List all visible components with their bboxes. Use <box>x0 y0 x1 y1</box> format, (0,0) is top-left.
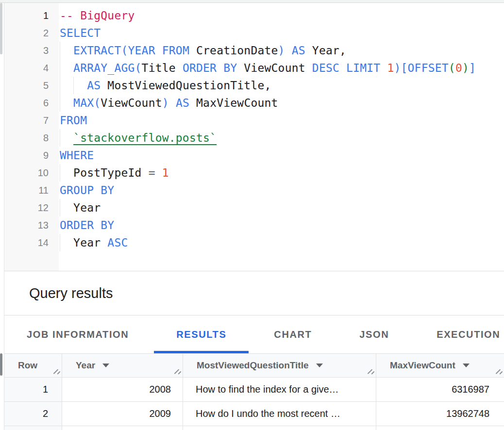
code-line[interactable]: 10 PostTypeId = 1 <box>4 164 504 182</box>
line-number: 5 <box>4 77 59 94</box>
code-line[interactable]: 12 Year <box>4 199 504 216</box>
code-token: ARRAY_AGG <box>73 62 134 74</box>
sort-dropdown-icon[interactable] <box>463 364 470 367</box>
code-token: ] <box>469 62 476 74</box>
cell-partial <box>62 426 183 430</box>
code-token: MostViewedQuestionTitle, <box>101 79 271 92</box>
tab-results[interactable]: RESULTS <box>154 315 249 353</box>
column-header-maxviewcount[interactable]: MaxViewCount <box>376 354 504 377</box>
row-number-cell: 1 <box>4 378 62 401</box>
row-number-cell: 2 <box>4 402 62 426</box>
cell-partial <box>183 426 376 430</box>
sql-editor[interactable]: 1-- BigQuery2SELECT3 EXTRACT(YEAR FROM C… <box>4 3 504 271</box>
main-area: 1-- BigQuery2SELECT3 EXTRACT(YEAR FROM C… <box>0 3 504 430</box>
tab-chart[interactable]: CHART <box>252 315 334 353</box>
line-number: 12 <box>4 199 59 216</box>
code-line[interactable]: 13ORDER BY <box>4 216 504 234</box>
code-line[interactable]: 5 AS MostViewedQuestionTitle, <box>4 77 504 94</box>
sort-dropdown-icon[interactable] <box>102 364 109 367</box>
tab-job-information[interactable]: JOB INFORMATION <box>4 315 151 353</box>
code-token <box>60 62 73 74</box>
code-line[interactable]: 7FROM <box>4 112 504 129</box>
code-text: `stackoverflow.posts` <box>59 129 217 147</box>
code-token: ( <box>135 62 142 74</box>
line-number: 1 <box>4 7 59 24</box>
code-token <box>60 44 73 57</box>
code-token: ORDER BY <box>60 219 114 232</box>
code-token: Year <box>60 236 107 249</box>
line-number: 7 <box>4 112 59 129</box>
code-line[interactable]: 2SELECT <box>4 24 504 42</box>
code-line[interactable]: 14 Year ASC <box>4 234 504 251</box>
cell-mostviewedquestiontitle: How to find the index for a give… <box>183 378 376 401</box>
editor-scrollbar-thumb[interactable] <box>0 3 2 54</box>
column-header-mostviewedquestiontitle[interactable]: MostViewedQuestionTitle <box>183 354 376 377</box>
code-token: ViewCount <box>101 97 162 109</box>
table-reference-link[interactable]: `stackoverflow.posts` <box>73 132 217 144</box>
column-resize-handle[interactable] <box>52 368 60 375</box>
line-number: 10 <box>4 164 59 182</box>
code-token <box>60 97 73 109</box>
code-text: FROM <box>59 112 87 129</box>
results-scrollbar-thumb[interactable] <box>0 353 2 376</box>
code-text: Year <box>59 199 101 216</box>
code-token <box>60 79 87 92</box>
code-token: MAX <box>73 97 94 109</box>
line-number: 11 <box>4 182 59 199</box>
code-lines: 1-- BigQuery2SELECT3 EXTRACT(YEAR FROM C… <box>4 3 504 251</box>
line-number: 4 <box>4 59 59 77</box>
cell-maxviewcount: 13962748 <box>376 402 504 426</box>
code-token <box>169 97 176 109</box>
code-token: AS <box>87 79 101 92</box>
table-header-row: RowYearMostViewedQuestionTitleMaxViewCou… <box>4 354 504 378</box>
code-token: ) <box>162 97 169 109</box>
column-resize-handle[interactable] <box>495 368 502 375</box>
code-text: -- BigQuery <box>59 7 135 24</box>
code-text: GROUP BY <box>59 182 114 199</box>
code-token: AS <box>292 44 305 57</box>
code-token: SELECT <box>60 27 101 39</box>
cell-maxviewcount: 6316987 <box>376 378 504 401</box>
sort-dropdown-icon[interactable] <box>316 364 323 367</box>
code-line[interactable]: 3 EXTRACT(YEAR FROM CreationDate) AS Yea… <box>4 42 504 59</box>
code-token: Year, <box>305 44 346 57</box>
code-token: )[ <box>394 62 407 74</box>
column-resize-handle[interactable] <box>367 368 374 375</box>
code-line[interactable]: 9WHERE <box>4 147 504 164</box>
line-number: 8 <box>4 129 59 147</box>
code-line[interactable]: 8 `stackoverflow.posts` <box>4 129 504 147</box>
code-token <box>155 166 162 179</box>
tab-json[interactable]: JSON <box>337 315 411 353</box>
column-header-row[interactable]: Row <box>4 354 62 377</box>
code-token: ( <box>94 97 101 109</box>
code-token: MaxViewCount <box>189 97 278 109</box>
code-token: -- BigQuery <box>60 9 135 22</box>
code-token: Year <box>60 201 101 214</box>
code-text: PostTypeId = 1 <box>59 164 169 182</box>
code-line[interactable]: 6 MAX(ViewCount) AS MaxViewCount <box>4 94 504 112</box>
code-line[interactable]: 1-- BigQuery <box>4 7 504 24</box>
cell-partial <box>4 426 62 430</box>
results-tabs: JOB INFORMATIONRESULTSCHARTJSONEXECUTION… <box>4 315 504 354</box>
code-text: EXTRACT(YEAR FROM CreationDate) AS Year, <box>59 42 346 59</box>
code-token: 0 <box>455 62 462 74</box>
code-token: 1 <box>387 62 394 74</box>
code-line[interactable]: 11GROUP BY <box>4 182 504 199</box>
column-header-year[interactable]: Year <box>62 354 183 377</box>
query-results-header: Query results <box>4 271 504 315</box>
column-header-label: Year <box>76 360 95 371</box>
table-body: 12008How to find the index for a give…63… <box>4 378 504 430</box>
column-header-label: MaxViewCount <box>390 360 455 371</box>
column-header-label: Row <box>18 360 37 371</box>
code-text: Year ASC <box>59 234 128 251</box>
code-token <box>380 62 387 74</box>
cell-mostviewedquestiontitle: How do I undo the most recent … <box>183 402 376 426</box>
code-token: ( <box>121 44 128 57</box>
cell-year: 2009 <box>62 402 183 426</box>
column-resize-handle[interactable] <box>173 368 181 375</box>
code-line[interactable]: 4 ARRAY_AGG(Title ORDER BY ViewCount DES… <box>4 59 504 77</box>
code-token: FROM <box>60 114 87 127</box>
code-token <box>60 132 73 144</box>
tab-execution-details[interactable]: EXECUTION DETAILS <box>414 315 504 353</box>
table-row: 12008How to find the index for a give…63… <box>4 378 504 402</box>
